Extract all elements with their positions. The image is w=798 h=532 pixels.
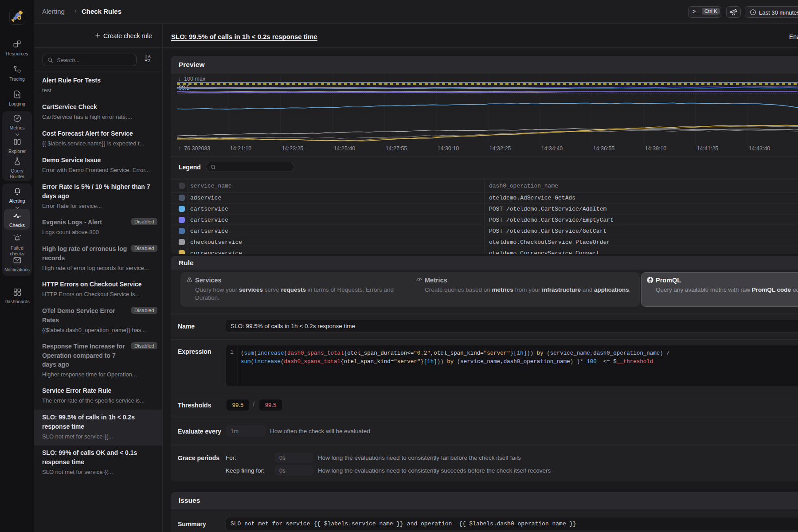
svg-text:Z: Z <box>148 59 150 63</box>
svg-text:A: A <box>148 54 151 59</box>
